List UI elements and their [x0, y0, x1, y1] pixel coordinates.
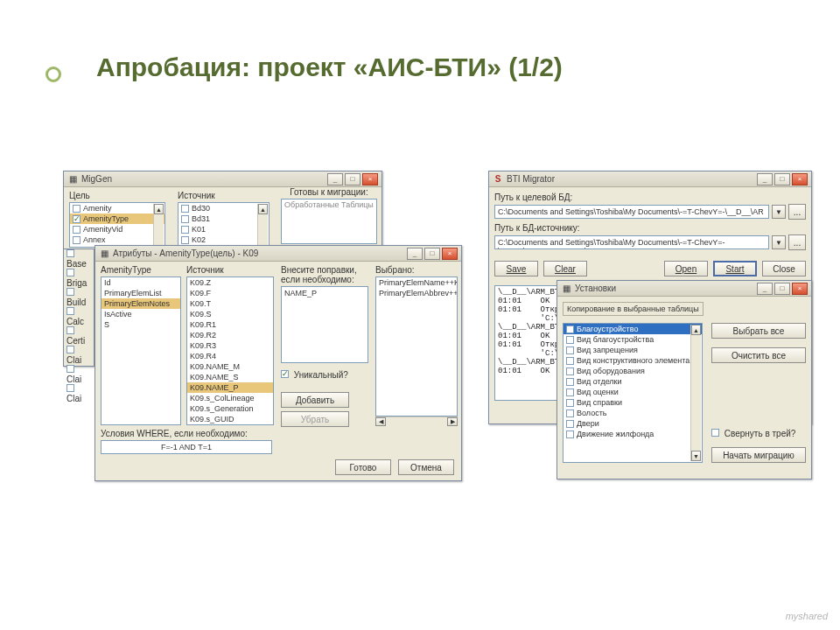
list-item[interactable]: S	[102, 319, 180, 330]
scrollbar[interactable]: ▲	[153, 204, 164, 246]
list-item[interactable]: K09.NAME_P	[187, 382, 273, 393]
list-item[interactable]: K09.T	[187, 298, 273, 309]
close-button[interactable]: ×	[792, 283, 808, 295]
list-item[interactable]: K02	[178, 234, 269, 245]
listbox-amenitytype[interactable]: IdPrimaryElemListPrimaryElemNotesIsActiv…	[101, 276, 181, 425]
titlebar-miggen[interactable]: ▦ MigGen _ □ ×	[64, 172, 382, 187]
checkbox-icon[interactable]	[73, 205, 80, 213]
select-all-button[interactable]: Выбрать все	[711, 323, 806, 339]
list-item[interactable]: AmenityType	[70, 214, 164, 224]
clear-all-button[interactable]: Очистить все	[711, 347, 806, 363]
list-item[interactable]: K09.R3	[187, 340, 273, 351]
tab-copy[interactable]: Копирование в выбранные таблицы	[563, 302, 704, 316]
list-item[interactable]: Amenity	[70, 203, 164, 214]
checkbox-icon[interactable]	[566, 420, 574, 428]
checkbox-icon[interactable]	[566, 378, 574, 386]
checkbox-icon[interactable]	[566, 399, 574, 407]
listbox-ready[interactable]: Обработанные Таблицы	[281, 199, 377, 244]
list-item[interactable]: PrimaryElemAbbrev++K09.NA	[376, 288, 457, 298]
checkbox-icon[interactable]	[73, 247, 80, 248]
list-item[interactable]: K09.R4	[187, 351, 273, 361]
scrollbar[interactable]: ▲ ▼	[690, 325, 701, 461]
ready-button[interactable]: Готово	[335, 459, 391, 475]
checkbox-unique[interactable]	[281, 370, 289, 378]
start-button[interactable]: Start	[713, 261, 757, 276]
titlebar-attributes[interactable]: ▦ Атрибуты - AmenityType(цель) - K09 _ □…	[95, 246, 461, 262]
list-item[interactable]: Движение жилфонда	[564, 429, 702, 439]
list-item[interactable]: Bd31	[178, 214, 269, 224]
dropdown-icon[interactable]: ▼	[772, 235, 786, 249]
scrollbar[interactable]: ▲	[257, 204, 268, 246]
listbox-selected[interactable]: PrimaryElemName++K09.NAPrimaryElemAbbrev…	[375, 276, 458, 416]
cancel-button[interactable]: Отмена	[398, 459, 454, 475]
textbox-where[interactable]: F=-1 AND T=1	[101, 440, 272, 454]
start-migration-button[interactable]: Начать миграцию	[711, 447, 806, 463]
checkbox-icon[interactable]	[181, 226, 189, 234]
textbox-source-db[interactable]: C:\Documents and Settings\Toshiba\My Doc…	[494, 235, 769, 249]
browse-target-button[interactable]: ...	[788, 204, 806, 220]
minimize-button[interactable]: _	[757, 283, 773, 295]
scroll-down-icon[interactable]: ▼	[691, 451, 701, 461]
checkbox-icon[interactable]	[566, 346, 574, 354]
list-item[interactable]: K09.s_Generation	[187, 403, 273, 414]
list-item[interactable]: K09.Z	[187, 277, 273, 288]
scroll-left-icon[interactable]: ◀	[375, 417, 386, 426]
textbox-target-db[interactable]: C:\Documents and Settings\Toshiba\My Doc…	[494, 205, 769, 219]
list-item[interactable]: K09.F	[187, 288, 273, 298]
list-item[interactable]: Id	[102, 277, 180, 288]
list-item[interactable]: AmenityVid	[70, 224, 164, 234]
checkbox-icon[interactable]	[181, 236, 189, 244]
list-item[interactable]: Вид конструктивного элемента	[564, 355, 702, 366]
list-item[interactable]: K09.NAME_S	[187, 372, 273, 382]
list-item[interactable]: K09.s_Lineage	[187, 424, 273, 425]
maximize-button[interactable]: □	[774, 283, 790, 295]
titlebar-installs[interactable]: ▦ Установки _ □ ×	[557, 281, 811, 297]
textbox-edit[interactable]: NAME_P	[281, 286, 368, 363]
list-item[interactable]: Bd30	[178, 203, 269, 214]
minimize-button[interactable]: _	[407, 248, 423, 260]
checkbox-icon[interactable]	[566, 336, 574, 344]
checkbox-tray[interactable]	[711, 429, 719, 437]
scroll-right-icon[interactable]: ▶	[447, 417, 458, 426]
list-item[interactable]: Благоустройство	[564, 324, 702, 334]
list-item[interactable]: K01	[178, 224, 269, 234]
close-button[interactable]: ×	[792, 173, 808, 186]
minimize-button[interactable]: _	[327, 173, 343, 186]
scroll-up-icon[interactable]: ▲	[691, 325, 701, 335]
list-item[interactable]: K09.R1	[187, 319, 273, 330]
checkbox-icon[interactable]	[73, 215, 80, 223]
checkbox-icon[interactable]	[566, 357, 574, 365]
list-item[interactable]: Вид справки	[564, 397, 702, 408]
checkbox-icon[interactable]	[566, 326, 574, 333]
listbox-source[interactable]: K09.ZK09.FK09.TK09.SK09.R1K09.R2K09.R3K0…	[186, 276, 274, 425]
checkbox-icon[interactable]	[566, 430, 574, 438]
list-item[interactable]: K09.s_GUID	[187, 414, 273, 424]
checkbox-icon[interactable]	[566, 388, 574, 396]
scrollbar-h[interactable]: ◀ ▶	[375, 416, 458, 427]
list-item[interactable]: K09.NAME_M	[187, 361, 273, 372]
checkbox-icon[interactable]	[566, 410, 574, 417]
maximize-button[interactable]: □	[774, 173, 790, 186]
maximize-button[interactable]: □	[345, 173, 360, 186]
dropdown-icon[interactable]: ▼	[772, 205, 786, 219]
list-item[interactable]: K09.R2	[187, 330, 273, 340]
listbox-tables[interactable]: БлагоустройствоВид благоустройстваВид за…	[563, 323, 703, 463]
save-button[interactable]: Save	[494, 261, 538, 276]
list-item[interactable]: PrimaryElemList	[102, 288, 180, 298]
list-item[interactable]: IsActive	[102, 309, 180, 319]
remove-button[interactable]: Убрать	[281, 411, 349, 427]
checkbox-icon[interactable]	[73, 236, 80, 244]
scroll-up-icon[interactable]: ▲	[154, 204, 164, 214]
list-item[interactable]: Вид благоустройства	[564, 334, 702, 345]
close-button[interactable]: ×	[362, 173, 378, 186]
checkbox-icon[interactable]	[73, 226, 80, 234]
list-item[interactable]: PrimaryElemNotes	[102, 298, 180, 309]
listbox-goals[interactable]: AmenityAmenityTypeAmenityVidAnnexBankKas…	[69, 202, 165, 248]
list-item[interactable]: Annex	[70, 234, 164, 245]
list-item[interactable]: PrimaryElemName++K09.NA	[376, 277, 457, 288]
list-item[interactable]: K09.S	[187, 309, 273, 319]
list-item[interactable]: Вид отделки	[564, 376, 702, 387]
add-button[interactable]: Добавить	[281, 392, 349, 408]
scroll-up-icon[interactable]: ▲	[258, 204, 268, 214]
listbox-sources[interactable]: Bd30Bd31K01K02K03 ▲	[178, 202, 270, 248]
